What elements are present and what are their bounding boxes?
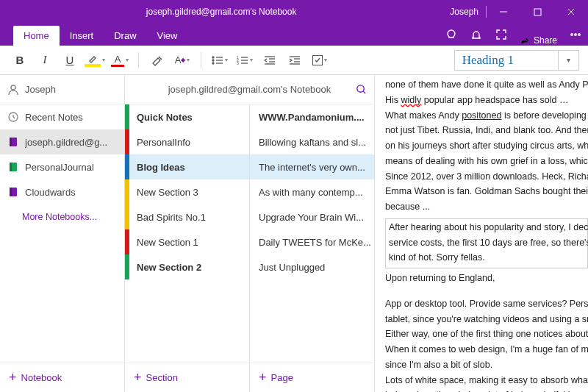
add-notebook-button[interactable]: +Notebook <box>0 363 124 392</box>
close-button[interactable] <box>554 0 588 24</box>
chevron-down-icon[interactable]: ▾ <box>558 50 578 71</box>
svg-point-8 <box>212 57 214 58</box>
person-icon <box>7 84 19 96</box>
page-item[interactable]: The internet's very own... <box>250 154 374 179</box>
tab-home[interactable]: Home <box>13 26 60 46</box>
pages-pane: WWW.Pandamonium.... Billowing kaftans an… <box>250 104 375 392</box>
svg-point-10 <box>212 60 214 61</box>
minimize-button[interactable] <box>487 0 520 24</box>
notebook-item[interactable]: PersonalJournal <box>0 154 124 179</box>
notebook-icon <box>7 136 19 148</box>
window-title: joseph.gildred@gmail.com's Notebook <box>0 7 442 17</box>
share-icon <box>520 35 530 46</box>
page-item[interactable]: WWW.Pandamonium.... <box>250 104 374 129</box>
ribbon-tabs: Home Insert Draw View Share <box>0 24 588 46</box>
page-item[interactable]: Daily TWEETS for McKe... <box>250 229 374 254</box>
notebooks-pane: Joseph Recent Notes joseph.gildred@g... … <box>0 75 125 392</box>
page-item[interactable]: Billowing kaftans and sl... <box>250 129 374 154</box>
svg-point-5 <box>575 34 576 35</box>
font-color-button[interactable]: A▾ <box>109 49 131 71</box>
tell-me-icon[interactable] <box>439 24 464 46</box>
highlight-button[interactable]: ▾ <box>84 49 106 71</box>
notebook-search[interactable]: joseph.gildred@gmail.com's Notebook <box>125 75 375 104</box>
sections-pane: Quick Notes PersonalInfo Blog Ideas New … <box>125 104 250 392</box>
section-item[interactable]: Bad Spirits No.1 <box>125 204 249 229</box>
underline-button[interactable]: U <box>59 49 81 71</box>
svg-point-4 <box>571 34 573 35</box>
svg-rect-35 <box>10 188 12 196</box>
fullscreen-icon[interactable] <box>489 24 514 46</box>
tab-insert[interactable]: Insert <box>60 26 104 46</box>
section-item[interactable]: Quick Notes <box>125 104 249 129</box>
tab-view[interactable]: View <box>147 26 188 46</box>
svg-point-36 <box>357 85 364 92</box>
bullets-button[interactable]: ▾ <box>209 49 231 71</box>
notebook-icon <box>7 186 19 198</box>
section-item[interactable]: New Section 1 <box>125 229 249 254</box>
main: Joseph Recent Notes joseph.gildred@g... … <box>0 75 588 392</box>
share-button[interactable]: Share <box>514 35 563 46</box>
tab-draw[interactable]: Draw <box>104 26 146 46</box>
add-page-button[interactable]: +Page <box>250 363 374 392</box>
style-label: Heading 1 <box>455 53 558 68</box>
toolbar: B I U ▾ A▾ A◆▾ ▾ 123▾ ▾ Heading 1 ▾ <box>0 46 588 75</box>
search-icon <box>356 84 367 95</box>
titlebar: joseph.gildred@gmail.com's Notebook Jose… <box>0 0 588 24</box>
section-item[interactable]: PersonalInfo <box>125 129 249 154</box>
svg-rect-33 <box>10 163 12 171</box>
bold-button[interactable]: B <box>9 49 31 71</box>
todo-tag-button[interactable]: ▾ <box>309 49 331 71</box>
outdent-button[interactable] <box>259 49 281 71</box>
svg-point-12 <box>212 63 214 64</box>
page-item[interactable]: Just Unplugged <box>250 254 374 279</box>
notebook-item[interactable]: Cloudwards <box>0 179 124 204</box>
svg-point-6 <box>578 34 580 35</box>
notebook-icon <box>7 161 19 173</box>
page-item[interactable]: As with many contemp... <box>250 179 374 204</box>
svg-text:3: 3 <box>237 61 239 65</box>
add-section-button[interactable]: +Section <box>125 363 249 392</box>
more-notebooks[interactable]: More Notebooks... <box>0 204 124 229</box>
more-icon[interactable] <box>563 24 588 46</box>
page-item[interactable]: Upgrade Your Brain Wi... <box>250 204 374 229</box>
notifications-icon[interactable] <box>464 24 489 46</box>
page-content[interactable]: none of them have done it quite as well … <box>375 75 588 392</box>
section-item[interactable]: New Section 3 <box>125 179 249 204</box>
account-search[interactable]: Joseph <box>0 75 124 104</box>
clock-icon <box>7 111 19 123</box>
maximize-button[interactable] <box>520 0 554 24</box>
svg-rect-31 <box>10 138 12 146</box>
account-name[interactable]: Joseph <box>442 7 486 17</box>
clear-formatting-button[interactable] <box>146 49 168 71</box>
section-item[interactable]: Blog Ideas <box>125 154 249 179</box>
svg-point-28 <box>11 85 15 90</box>
format-painter-button[interactable]: A◆▾ <box>171 49 193 71</box>
svg-line-37 <box>363 91 365 93</box>
italic-button[interactable]: I <box>34 49 56 71</box>
svg-rect-1 <box>534 9 541 15</box>
share-label: Share <box>534 35 557 46</box>
section-item[interactable]: New Section 2 <box>125 254 249 279</box>
recent-notes[interactable]: Recent Notes <box>0 104 124 129</box>
indent-button[interactable] <box>284 49 306 71</box>
notebook-item[interactable]: joseph.gildred@g... <box>0 129 124 154</box>
style-dropdown[interactable]: Heading 1 ▾ <box>454 50 579 71</box>
numbering-button[interactable]: 123▾ <box>234 49 256 71</box>
